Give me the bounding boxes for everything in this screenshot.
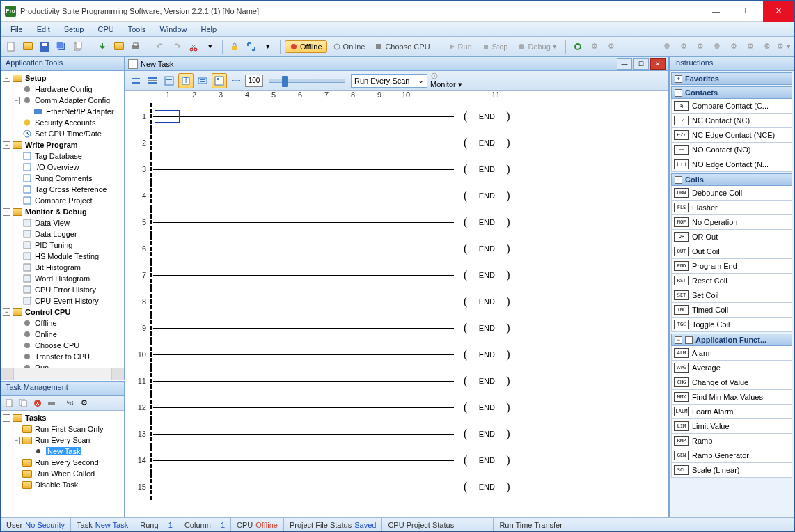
rung-tool3-icon[interactable] bbox=[162, 73, 177, 88]
tree-item[interactable]: Run Every Second bbox=[1, 457, 124, 468]
gear7-icon[interactable]: ⚙ bbox=[759, 39, 775, 54]
instr-item[interactable]: AVG Average bbox=[671, 361, 792, 375]
run-mode-combo[interactable]: Run Every Scan⌄ bbox=[351, 74, 427, 88]
menu-tools[interactable]: Tools bbox=[121, 24, 153, 35]
rung-row[interactable]: 1 ( END ) bbox=[125, 103, 668, 130]
instr-item[interactable]: TMC Timed Coil bbox=[671, 303, 792, 318]
rung-wire[interactable] bbox=[153, 196, 454, 196]
rung-wire[interactable] bbox=[153, 487, 454, 487]
instr-item[interactable]: SCL Scale (Linear) bbox=[671, 463, 792, 478]
tree-item[interactable]: Compare Project bbox=[1, 195, 124, 206]
collapse-icon[interactable]: − bbox=[675, 336, 682, 344]
menu-setup[interactable]: Setup bbox=[57, 24, 91, 35]
rung-row[interactable]: 14 ( END ) bbox=[125, 447, 668, 474]
menu-window[interactable]: Window bbox=[152, 24, 194, 35]
instr-group-header[interactable]: − Application Funct... bbox=[671, 334, 792, 346]
rung-tool6-icon[interactable] bbox=[212, 73, 227, 88]
new-icon[interactable] bbox=[3, 39, 19, 54]
menu-cpu[interactable]: CPU bbox=[90, 24, 120, 35]
instr-item[interactable]: ⊢↑⊣ NO Edge Contact (N... bbox=[671, 157, 792, 172]
offline-button[interactable]: Offline bbox=[285, 40, 327, 53]
tm-print-icon[interactable] bbox=[45, 397, 58, 409]
expand-icon[interactable]: − bbox=[3, 308, 10, 316]
zoom-slider[interactable] bbox=[269, 79, 345, 83]
doc-min-button[interactable]: — bbox=[617, 58, 632, 70]
rung-wire[interactable] bbox=[153, 434, 454, 435]
tree-item[interactable]: Set CPU Time/Date bbox=[1, 128, 124, 139]
choose-cpu-button[interactable]: Choose CPU bbox=[370, 41, 434, 52]
rung-row[interactable]: 7 ( END ) bbox=[125, 262, 668, 288]
ladder-editor[interactable]: 1234567891011 1 ( END ) 2 ( END ) 3 ( EN… bbox=[125, 91, 668, 517]
instr-item[interactable]: ≷ Compare Contact (C... bbox=[671, 99, 792, 114]
tree-item[interactable]: − Comm Adapter Config bbox=[1, 95, 124, 106]
rung-row[interactable]: 11 ( END ) bbox=[125, 368, 668, 394]
instr-item[interactable]: GEN Ramp Generator bbox=[671, 448, 792, 463]
menu-help[interactable]: Help bbox=[194, 24, 224, 35]
tree-item[interactable]: Offline bbox=[1, 318, 124, 329]
rung-wire[interactable] bbox=[153, 328, 454, 329]
rung-wire[interactable] bbox=[153, 116, 454, 117]
tm-copy-icon[interactable] bbox=[17, 397, 30, 409]
instr-item[interactable]: MMX Find Min Max Values bbox=[671, 390, 792, 405]
expand-icon[interactable]: − bbox=[3, 141, 10, 149]
slider-thumb[interactable] bbox=[282, 76, 288, 87]
print-icon[interactable] bbox=[128, 39, 143, 54]
tree-item[interactable]: − Write Program bbox=[1, 139, 124, 150]
cloud2-icon[interactable]: ⚙ bbox=[604, 39, 619, 54]
instr-item[interactable]: RMP Ramp bbox=[671, 434, 792, 448]
tree-item[interactable]: I/O Overview bbox=[1, 162, 124, 173]
copy-icon[interactable] bbox=[70, 39, 86, 54]
instr-item[interactable]: ALM Alarm bbox=[671, 346, 792, 361]
instr-item[interactable]: TGC Toggle Coil bbox=[671, 318, 792, 332]
save-icon[interactable] bbox=[37, 39, 52, 54]
rung-row[interactable]: 12 ( END ) bbox=[125, 394, 668, 421]
instr-group-header[interactable]: − Contacts bbox=[671, 86, 792, 99]
rung-row[interactable]: 13 ( END ) bbox=[125, 421, 668, 447]
rung-row[interactable]: 10 ( END ) bbox=[125, 341, 668, 368]
instr-item[interactable]: FLS Flasher bbox=[671, 201, 792, 215]
rung-wire[interactable] bbox=[153, 407, 454, 408]
rung-wire[interactable] bbox=[153, 354, 454, 355]
tree-item[interactable]: Word Histogram bbox=[1, 273, 124, 284]
export-icon[interactable] bbox=[111, 39, 127, 54]
tree-item[interactable]: Disable Task bbox=[1, 479, 124, 490]
tree-item[interactable]: Tag Database bbox=[1, 150, 124, 162]
gear8-icon[interactable]: ⚙ ▾ bbox=[776, 39, 792, 54]
maximize-button[interactable]: ☐ bbox=[732, 1, 763, 22]
tree-item[interactable]: Tag Cross Reference bbox=[1, 184, 124, 195]
tree-item[interactable]: Transfer to CPU bbox=[1, 351, 124, 362]
tm-new-icon[interactable] bbox=[3, 397, 16, 409]
tree-item[interactable]: Bit Histogram bbox=[1, 262, 124, 273]
collapse-icon[interactable]: − bbox=[675, 89, 682, 97]
doc-close-button[interactable]: ✕ bbox=[650, 58, 666, 70]
gear4-icon[interactable]: ⚙ bbox=[709, 39, 725, 54]
tree-item[interactable]: − Run Every Scan bbox=[1, 435, 124, 446]
width-tool-icon[interactable] bbox=[228, 73, 244, 88]
tree-item[interactable]: PID Tuning bbox=[1, 240, 124, 251]
rung-row[interactable]: 2 ( END ) bbox=[125, 130, 668, 156]
expand-icon[interactable]: − bbox=[3, 208, 10, 216]
gear1-icon[interactable]: ⚙ bbox=[659, 39, 675, 54]
instr-item[interactable]: END Program End bbox=[671, 259, 792, 274]
tree-item[interactable]: Rung Comments bbox=[1, 173, 124, 184]
cut-icon[interactable] bbox=[186, 39, 201, 54]
rung-row[interactable]: 8 ( END ) bbox=[125, 288, 668, 315]
rung-tool1-icon[interactable] bbox=[128, 73, 143, 88]
instr-item[interactable]: ⊢⊣ NO Contact (NO) bbox=[671, 143, 792, 157]
tree-item[interactable]: Data View bbox=[1, 217, 124, 228]
tree-item[interactable]: − Tasks bbox=[1, 412, 124, 423]
tree-item[interactable]: CPU Event History bbox=[1, 295, 124, 306]
rung-wire[interactable] bbox=[153, 222, 454, 223]
dropdown-icon[interactable]: ▾ bbox=[260, 39, 276, 54]
tm-delete-icon[interactable] bbox=[31, 397, 44, 409]
saveall-icon[interactable] bbox=[54, 39, 69, 54]
instr-item[interactable]: NOP No Operation bbox=[671, 215, 792, 230]
close-button[interactable]: ✕ bbox=[763, 1, 794, 22]
rung-tool4-icon[interactable]: T bbox=[178, 73, 194, 88]
zoom-value[interactable]: 100 bbox=[245, 75, 263, 87]
monitor-button[interactable]: Monitor ▾ bbox=[430, 72, 462, 89]
tree-item[interactable]: Choose CPU bbox=[1, 340, 124, 351]
rung-tool2-icon[interactable] bbox=[145, 73, 160, 88]
rung-wire[interactable] bbox=[153, 460, 454, 461]
tree-item[interactable]: Online bbox=[1, 329, 124, 340]
